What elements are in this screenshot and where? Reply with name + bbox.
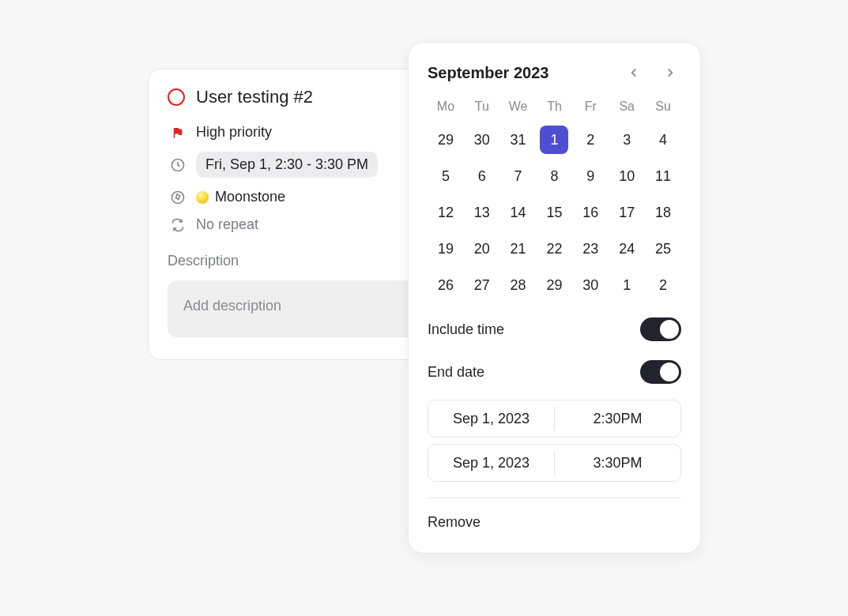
calendar-day[interactable]: 1 — [537, 122, 573, 158]
date-picker-popover: September 2023 MoTuWeThFrSaSu29303112345… — [408, 42, 701, 554]
start-date-input[interactable]: Sep 1, 2023 — [428, 400, 554, 437]
svg-point-1 — [172, 191, 184, 203]
calendar-grid: MoTuWeThFrSaSu29303112345678910111213141… — [428, 95, 681, 303]
weekday-label: Sa — [609, 95, 645, 122]
calendar-day[interactable]: 29 — [537, 267, 573, 303]
divider — [428, 498, 681, 498]
calendar-day[interactable]: 26 — [428, 267, 464, 303]
calendar-day[interactable]: 15 — [537, 194, 573, 231]
calendar-day[interactable]: 27 — [464, 267, 500, 303]
calendar-day[interactable]: 30 — [572, 267, 609, 303]
repeat-icon — [169, 217, 187, 233]
end-time-input[interactable]: 3:30PM — [555, 445, 680, 481]
calendar-day[interactable]: 29 — [428, 122, 464, 158]
calendar-day[interactable]: 1 — [609, 267, 645, 303]
calendar-day[interactable]: 22 — [537, 231, 573, 267]
prev-month-button[interactable] — [623, 62, 645, 84]
calendar-day[interactable]: 21 — [500, 231, 537, 267]
include-time-row: Include time — [428, 308, 681, 351]
date-pill[interactable]: Fri, Sep 1, 2:30 - 3:30 PM — [196, 152, 378, 178]
task-complete-circle[interactable] — [168, 88, 185, 106]
calendar-day[interactable]: 20 — [464, 231, 500, 267]
repeat-label: No repeat — [196, 216, 258, 233]
next-month-button[interactable] — [659, 62, 681, 84]
calendar-day[interactable]: 10 — [609, 158, 645, 194]
calendar-day[interactable]: 19 — [428, 231, 464, 267]
start-time-input[interactable]: 2:30PM — [555, 400, 680, 437]
weekday-label: We — [500, 95, 537, 122]
calendar-day[interactable]: 31 — [500, 122, 537, 158]
calendar-day[interactable]: 2 — [645, 267, 681, 303]
weekday-label: Su — [645, 95, 681, 122]
calendar-day[interactable]: 18 — [645, 194, 681, 231]
calendar-day[interactable]: 4 — [645, 122, 681, 158]
calendar-day[interactable]: 23 — [572, 231, 609, 267]
calendar-day[interactable]: 6 — [464, 158, 500, 194]
weekday-label: Fr — [572, 95, 609, 122]
picker-header: September 2023 — [428, 62, 681, 84]
calendar-day[interactable]: 9 — [572, 158, 609, 194]
end-date-label: End date — [428, 364, 484, 381]
chevron-right-icon — [663, 66, 677, 80]
calendar-day[interactable]: 17 — [609, 194, 645, 231]
start-datetime-field: Sep 1, 2023 2:30PM — [428, 400, 681, 438]
project-label-wrap: Moonstone — [196, 189, 285, 205]
flag-icon — [169, 126, 187, 140]
calendar-day[interactable]: 16 — [572, 194, 609, 231]
compass-icon — [169, 190, 187, 205]
calendar-day[interactable]: 25 — [645, 231, 681, 267]
calendar-day[interactable]: 8 — [537, 158, 573, 194]
include-time-toggle[interactable] — [640, 317, 681, 341]
calendar-day[interactable]: 3 — [609, 122, 645, 158]
end-date-row: End date — [428, 351, 681, 393]
priority-label: High priority — [196, 124, 272, 141]
chevron-left-icon — [627, 66, 641, 80]
calendar-day[interactable]: 13 — [464, 194, 500, 231]
project-label: Moonstone — [215, 189, 285, 205]
weekday-label: Mo — [428, 95, 464, 122]
calendar-day[interactable]: 14 — [500, 194, 537, 231]
weekday-label: Tu — [464, 95, 500, 122]
calendar-day[interactable]: 2 — [572, 122, 609, 158]
calendar-day[interactable]: 24 — [609, 231, 645, 267]
end-datetime-field: Sep 1, 2023 3:30PM — [428, 444, 681, 482]
calendar-day[interactable]: 5 — [428, 158, 464, 194]
remove-button[interactable]: Remove — [428, 511, 681, 534]
weekday-label: Th — [537, 95, 573, 122]
end-date-toggle[interactable] — [640, 360, 681, 384]
month-label[interactable]: September 2023 — [428, 64, 623, 82]
calendar-day[interactable]: 30 — [464, 122, 500, 158]
include-time-label: Include time — [428, 321, 504, 338]
calendar-day[interactable]: 12 — [428, 194, 464, 231]
task-title[interactable]: User testing #2 — [196, 87, 313, 107]
calendar-day[interactable]: 11 — [645, 158, 681, 194]
calendar-day[interactable]: 7 — [500, 158, 537, 194]
project-color-dot — [196, 191, 209, 204]
clock-icon — [169, 157, 187, 173]
calendar-day[interactable]: 28 — [500, 267, 537, 303]
end-date-input[interactable]: Sep 1, 2023 — [428, 445, 554, 481]
